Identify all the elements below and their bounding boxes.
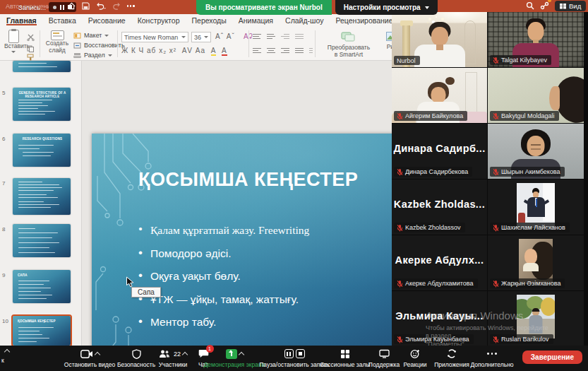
slide-number: 8 (2, 226, 11, 232)
slide-thumbnail-4-partial[interactable] (13, 61, 71, 72)
align-left-icon[interactable] (253, 47, 261, 54)
tab-perekhody[interactable]: Переходы (192, 16, 227, 25)
undo-icon[interactable] (96, 2, 106, 10)
new-slide-button[interactable]: Создатьслайд (44, 30, 71, 54)
participant-name-label: Nurbol (394, 56, 420, 65)
tab-slideshow[interactable]: Слайд-шоу (285, 16, 323, 25)
tab-konstruktor[interactable]: Конструктор (138, 16, 180, 25)
font-name-combobox[interactable]: Times New Roman (121, 32, 188, 42)
muted-mic-icon (397, 112, 403, 120)
slide-number: 10 (2, 318, 11, 324)
gallery-view-icon (560, 4, 566, 9)
participant-tile-bakytgul[interactable]: Bakytgul Moldagali (488, 68, 584, 123)
participant-tile-talgat[interactable]: Talgat Kilybayev (488, 12, 584, 67)
more-options-icon[interactable] (127, 5, 135, 6)
participant-name-label: Динара Садирбекова (394, 167, 472, 177)
section-icon (73, 52, 81, 59)
align-right-icon[interactable] (281, 47, 289, 54)
slide-thumbnail-9[interactable]: САПА (13, 270, 71, 303)
tab-retsenzirovanie[interactable]: Рецензирование (335, 16, 392, 25)
list-buttons[interactable] (253, 33, 304, 40)
mute-button-clipped[interactable]: к (1, 348, 9, 364)
chevron-down-icon (425, 6, 429, 9)
more-icon (487, 353, 496, 355)
tab-animatsiya[interactable]: Анимация (239, 16, 273, 25)
participant-tile-shakhislam[interactable]: Шахислам Лайсханов (488, 179, 584, 235)
participant-avatar (519, 239, 553, 284)
zoom-video-panel: Nurbol Talgat Kilybayev (392, 12, 588, 346)
pause-recording-icon[interactable] (60, 5, 64, 10)
participant-tile-dinara[interactable]: Динара Садирб... Динара Садирбекова (392, 124, 487, 179)
record-dot-icon (53, 6, 56, 9)
slide-number: 5 (2, 90, 11, 96)
muted-mic-icon (493, 280, 499, 288)
share-link-icon[interactable] (540, 0, 549, 13)
pause-recording-icon[interactable] (284, 349, 294, 358)
format-painter-icon[interactable] (27, 54, 35, 61)
participant-tile-zharkyn[interactable]: Жарқын Әзімханова (488, 235, 584, 290)
font-format-row[interactable]: Ж К Ч аб х₂ х² АV Аа А А (121, 47, 227, 54)
bullet-list-icon[interactable] (253, 33, 261, 40)
participant-name-label: Bakytgul Moldagali (490, 111, 559, 121)
redo-icon[interactable] (112, 2, 121, 10)
font-color-button[interactable]: А (222, 47, 227, 56)
tab-risovanie[interactable]: Рисование (88, 16, 126, 25)
slide-number: 9 (2, 272, 11, 278)
justify-icon[interactable] (295, 47, 304, 54)
copy-icon[interactable] (27, 45, 35, 52)
participant-tile-aigerim[interactable]: Айгерим Байкулова (392, 68, 487, 123)
highlight-color-button[interactable]: А (211, 47, 217, 56)
reset-icon (73, 42, 81, 49)
chevron-up-icon[interactable] (94, 352, 100, 358)
numbered-list-icon[interactable] (267, 33, 275, 40)
slide-title[interactable]: ҚОСЫМША КЕҢЕСТЕР (138, 169, 358, 191)
share-screen-icon (226, 349, 237, 359)
muted-mic-icon (397, 168, 403, 176)
zoom-share-banner: Вы просматриваете экран Nurbol Настройки… (196, 0, 438, 15)
view-button[interactable]: Вид (555, 1, 586, 11)
stop-recording-icon[interactable] (296, 349, 305, 358)
slide-thumbnail-10-selected[interactable]: ҚОСЫМША КЕҢЕСТЕР (13, 316, 71, 346)
more-button[interactable]: Дополнительно (457, 348, 527, 368)
participant-name-label: Talgat Kilybayev (490, 55, 551, 65)
grow-shrink-font-buttons[interactable]: Аˆ Аˇ (215, 33, 235, 40)
chevron-up-icon[interactable] (4, 349, 10, 355)
search-icon[interactable] (526, 0, 534, 13)
end-meeting-button[interactable]: Завершение (522, 351, 582, 364)
font-size-combobox[interactable]: 36 (191, 32, 211, 42)
slide-thumbnail-7[interactable] (13, 178, 71, 215)
view-options-button[interactable]: Настройки просмотра (335, 0, 438, 15)
tab-vstavka[interactable]: Вставка (49, 16, 76, 25)
line-spacing-icon[interactable] (295, 33, 304, 40)
participant-tile-kazbek[interactable]: Kazbek Zholdas... Kazbek Zholdassov (392, 179, 487, 235)
zoom-toolbar: к Остановить видео Безопасность 22 Участ… (0, 346, 588, 371)
cut-icon[interactable] (27, 34, 35, 41)
slide-number: 7 (2, 180, 11, 187)
participant-name-label: Kazbek Zholdassov (394, 223, 465, 232)
align-buttons[interactable] (253, 47, 318, 54)
slide-bullet: Қалам құрғатпай жазу. Freewriting (138, 224, 309, 237)
columns-icon[interactable] (309, 47, 318, 54)
paste-button[interactable]: Вставить (4, 30, 23, 53)
slide-thumbnail-5[interactable]: GENERAL STRUCTURE OF A RESEARCH ARTICLE (13, 88, 71, 121)
slide-thumbnail-6[interactable]: RESEARCH QUESTIONS (13, 134, 71, 167)
tab-glavnaya[interactable]: Главная (6, 16, 37, 25)
home-icon[interactable] (68, 2, 76, 10)
slide-thumbnail-panel[interactable]: 5 6 7 8 9 10 GENERAL STRUCTURE OF A RESE… (0, 61, 82, 346)
zoom-panel-header: Вид (526, 0, 586, 12)
participant-tile-nurbol[interactable]: Nurbol (392, 12, 487, 67)
clipboard-mini-icons[interactable] (27, 31, 35, 61)
align-center-icon[interactable] (267, 47, 275, 54)
slide-thumbnail-8[interactable] (13, 224, 71, 257)
slide-bullet: Оқуға уақыт бөлу. (138, 270, 309, 283)
smartart-button[interactable]: Преобразоватьв SmartArt (319, 30, 378, 59)
indent-icon[interactable] (281, 33, 289, 40)
slide-number: 6 (2, 136, 11, 142)
participant-tile-akerke[interactable]: Акерке Абдулх... Акерке Абдулхамитова (392, 235, 487, 290)
participant-tile-shyryn[interactable]: Шырын Акимбекова (488, 124, 584, 179)
save-icon[interactable] (82, 2, 90, 10)
chevron-up-icon[interactable] (238, 352, 244, 358)
slide-bullet: ҰТЖ — ұйқы, тамақ, жаттығу. (138, 293, 309, 306)
participant-name-label: Акерке Абдулхамитова (394, 278, 478, 288)
slide-bullet-list[interactable]: Қалам құрғатпай жазу. Freewriting Помодо… (138, 224, 309, 339)
